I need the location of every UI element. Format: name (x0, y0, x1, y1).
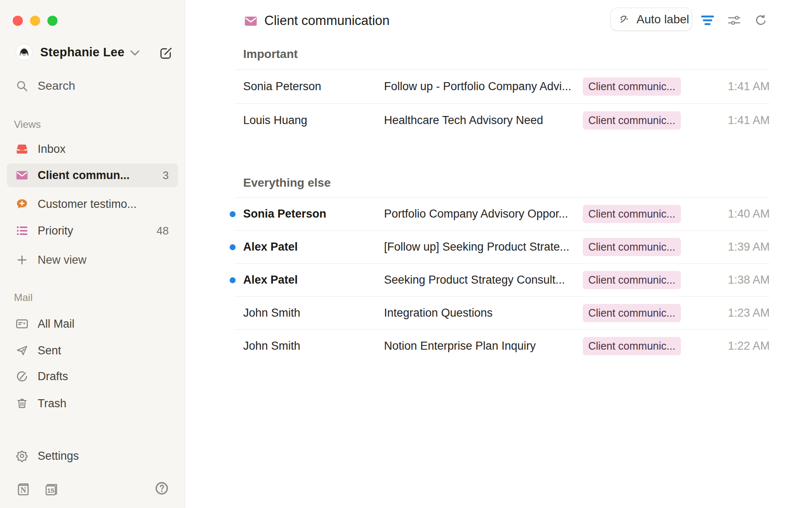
label-chip[interactable]: Client communic... (583, 238, 681, 256)
sidebar-item-customer-testimonials[interactable]: Customer testimo... (7, 192, 178, 216)
account-switcher[interactable]: Stephanie Lee (16, 44, 140, 61)
filter-button[interactable] (700, 13, 715, 28)
email-time: 1:22 AM (728, 340, 770, 353)
compose-button[interactable] (157, 45, 174, 62)
email-row[interactable]: John Smith Integration Questions Client … (235, 296, 770, 329)
sidebar-item-label: New view (38, 254, 87, 267)
sidebar-item-priority[interactable]: Priority 48 (7, 219, 178, 243)
sidebar-item-label: Trash (38, 397, 66, 410)
email-sender: Sonia Peterson (235, 207, 384, 221)
minimize-window-button[interactable] (30, 16, 40, 26)
sidebar-item-label: All Mail (38, 318, 74, 331)
gear-icon (16, 450, 28, 462)
sidebar-item-drafts[interactable]: Drafts (7, 364, 178, 388)
zoom-window-button[interactable] (47, 16, 58, 26)
envelope-icon (16, 169, 28, 182)
sidebar-item-client-communication[interactable]: Client commun... 3 (7, 163, 178, 187)
inbox-icon (16, 143, 28, 155)
sidebar-item-label: Drafts (38, 370, 68, 383)
email-sender: John Smith (235, 340, 384, 353)
unread-dot (230, 277, 236, 283)
email-row[interactable]: Alex Patel [Follow up] Seeking Product S… (235, 230, 770, 263)
email-time: 1:40 AM (728, 207, 770, 221)
sidebar-item-label: Customer testimo... (38, 198, 137, 211)
email-row[interactable]: John Smith Notion Enterprise Plan Inquir… (235, 329, 770, 362)
unread-dot (230, 244, 236, 250)
sidebar-item-all-mail[interactable]: All Mail (7, 312, 178, 336)
auto-label-button-label: Auto label (636, 13, 689, 26)
email-sender: Louis Huang (235, 114, 384, 127)
email-subject: Notion Enterprise Plan Inquiry (384, 340, 583, 353)
auto-label-button[interactable]: Auto label (610, 8, 692, 31)
send-icon (16, 344, 28, 357)
chevron-down-icon (130, 50, 140, 56)
window-controls (13, 16, 58, 26)
sidebar-item-sent[interactable]: Sent (7, 339, 178, 362)
email-subject: Portfolio Company Advisory Oppor... (384, 207, 583, 221)
avatar (16, 44, 33, 61)
filter-icon (701, 15, 714, 26)
email-time: 1:23 AM (728, 306, 770, 320)
email-time: 1:38 AM (728, 273, 770, 287)
sidebar-item-label: Inbox (38, 143, 66, 156)
views-section-label: Views (14, 119, 41, 130)
email-sender: John Smith (235, 306, 384, 320)
unread-count-badge: 3 (163, 169, 169, 182)
sidebar-item-inbox[interactable]: Inbox (7, 137, 178, 161)
svg-text:N: N (20, 486, 26, 494)
sidebar-item-new-view[interactable]: New view (7, 248, 178, 272)
question-mark-icon (155, 481, 169, 495)
sidebar: Stephanie Lee Search Views Inbox (0, 0, 185, 508)
draft-icon (16, 370, 28, 383)
priority-list-icon (16, 224, 28, 237)
all-mail-icon (16, 318, 28, 330)
chat-plus-icon (16, 198, 28, 210)
email-row[interactable]: Sonia Peterson Portfolio Company Advisor… (235, 197, 770, 230)
email-subject: Integration Questions (384, 306, 583, 320)
mail-list-pane: Client communication Auto label (185, 0, 812, 508)
label-chip[interactable]: Client communic... (583, 271, 681, 289)
help-button[interactable] (155, 481, 169, 495)
email-time: 1:39 AM (728, 240, 770, 254)
user-name: Stephanie Lee (40, 45, 124, 59)
search-icon (16, 80, 28, 92)
sidebar-item-label: Priority (38, 224, 73, 237)
count-badge: 48 (156, 224, 169, 237)
email-row[interactable]: Sonia Peterson Follow up - Portfolio Com… (235, 69, 770, 103)
search-input[interactable]: Search (7, 74, 178, 98)
email-row[interactable]: Alex Patel Seeking Product Strategy Cons… (235, 263, 770, 296)
email-time: 1:41 AM (728, 114, 770, 127)
email-row[interactable]: Louis Huang Healthcare Tech Advisory Nee… (235, 103, 770, 137)
section-title-everything-else: Everything else (243, 176, 331, 190)
sidebar-item-settings[interactable]: Settings (7, 444, 178, 468)
sidebar-item-label: Client commun... (38, 169, 130, 182)
sidebar-item-label: Settings (38, 450, 79, 463)
email-subject: Healthcare Tech Advisory Need (384, 114, 583, 127)
sidebar-item-label: Sent (38, 344, 61, 357)
sliders-icon (728, 15, 741, 26)
label-chip[interactable]: Client communic... (583, 337, 681, 355)
mail-section-label: Mail (14, 292, 33, 304)
sidebar-item-trash[interactable]: Trash (7, 392, 178, 415)
close-window-button[interactable] (13, 16, 23, 26)
refresh-button[interactable] (754, 13, 768, 28)
email-sender: Alex Patel (235, 273, 384, 287)
search-placeholder: Search (38, 79, 75, 93)
email-subject: Seeking Product Strategy Consult... (384, 273, 583, 287)
refresh-icon (754, 14, 767, 27)
label-chip[interactable]: Client communic... (583, 304, 681, 322)
email-time: 1:41 AM (728, 80, 770, 93)
notion-calendar-icon[interactable]: 15 (44, 482, 59, 497)
label-chip[interactable]: Client communic... (583, 205, 681, 223)
unread-dot (230, 211, 236, 217)
svg-text:15: 15 (47, 487, 54, 494)
important-email-list: Sonia Peterson Follow up - Portfolio Com… (235, 69, 770, 137)
label-chip[interactable]: Client communic... (583, 111, 681, 130)
email-sender: Alex Patel (235, 240, 384, 254)
email-subject: [Follow up] Seeking Product Strate... (384, 240, 583, 254)
label-chip[interactable]: Client communic... (583, 77, 681, 96)
notion-app-icon[interactable]: N (16, 482, 31, 497)
section-title-important: Important (243, 47, 298, 61)
email-subject: Follow up - Portfolio Company Advi... (384, 80, 583, 93)
display-options-button[interactable] (727, 13, 741, 28)
